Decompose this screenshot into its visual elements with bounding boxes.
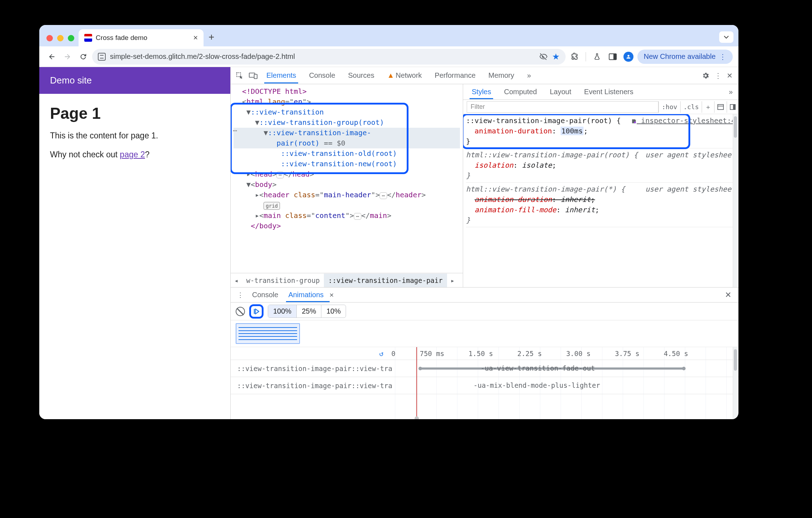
speed-100[interactable]: 100% (268, 305, 297, 318)
styles-panel: Styles Computed Layout Event Listeners »… (463, 84, 738, 287)
devtools-tabbar: Elements Console Sources ▲Network Perfor… (231, 67, 738, 84)
device-toggle-icon[interactable] (247, 72, 259, 79)
tree-line[interactable]: ▼::view-transition-group(root) (234, 117, 460, 128)
tree-line[interactable]: ▸<head>⋯</head> (234, 169, 460, 179)
animation-track[interactable]: ::view-transition-image-pair::view-tra -… (231, 360, 738, 377)
reload-button[interactable] (76, 50, 90, 64)
window-close-icon[interactable] (46, 35, 53, 41)
animation-timeline[interactable]: ↺ 0 750 ms 1.50 s 2.25 s 3.00 s 3.75 s 4… (231, 347, 738, 419)
window-maximize-icon[interactable] (68, 35, 74, 41)
styles-filter-input[interactable]: Filter (467, 101, 658, 113)
crumb-scroll-left-icon[interactable]: ◂ (231, 276, 242, 284)
tab-performance[interactable]: Performance (429, 68, 481, 83)
new-tab-button[interactable]: + (204, 31, 219, 46)
computed-toggle-icon[interactable] (714, 101, 727, 113)
tab-elements[interactable]: Elements (261, 68, 302, 83)
crumb-scroll-right-icon[interactable]: ▸ (447, 276, 458, 284)
hov-toggle[interactable]: :hov (658, 101, 680, 113)
tree-line[interactable]: ▼::view-transition (234, 107, 460, 117)
tree-line[interactable]: ▸<header class="main-header">⋯</header> (234, 190, 460, 200)
grid-badge[interactable]: grid (264, 202, 280, 210)
tree-line[interactable]: </body> (234, 221, 460, 231)
site-settings-icon[interactable] (98, 53, 106, 61)
back-button[interactable] (45, 50, 59, 64)
tree-line[interactable]: ▸<main class="content">⋯</main> (234, 210, 460, 221)
overflow-menu-icon[interactable]: ⋯ (233, 126, 237, 135)
speed-10[interactable]: 10% (321, 305, 346, 318)
clear-animations-icon[interactable] (236, 307, 245, 316)
animation-group-thumb[interactable] (236, 323, 300, 344)
tree-line[interactable]: ::view-transition-new(root) (234, 159, 460, 169)
tree-line[interactable]: ▼<body> (234, 179, 460, 190)
elements-tree[interactable]: <!DOCTYPE html> <html lang="en"> ▼::view… (231, 84, 463, 273)
tree-line[interactable]: ::view-transition-old(root) (234, 148, 460, 159)
inspect-element-icon[interactable] (234, 72, 246, 80)
css-value: inherit (565, 205, 595, 214)
tab-overflow[interactable]: » (521, 68, 537, 83)
side-panel-button[interactable] (606, 50, 620, 64)
tab-search-button[interactable] (719, 31, 733, 43)
address-bar[interactable]: simple-set-demos.glitch.me/2-slow-cross-… (92, 49, 566, 65)
tab-memory[interactable]: Memory (483, 68, 520, 83)
tab-computed[interactable]: Computed (497, 85, 543, 99)
new-style-rule-icon[interactable]: ＋ (702, 101, 714, 113)
incognito-blocked-icon[interactable] (539, 52, 548, 61)
bookmark-star-icon[interactable]: ★ (552, 52, 560, 62)
drawer-close-icon[interactable]: ✕ (721, 290, 736, 300)
labs-button[interactable] (590, 50, 604, 64)
rule-source-link[interactable]: inspector-stylesheet:4 (631, 116, 736, 126)
rule-source-ua: user agent stylesheet (645, 184, 736, 194)
tree-line[interactable]: grid (234, 200, 460, 210)
cls-toggle[interactable]: .cls (680, 101, 702, 113)
drawer-kebab-icon[interactable]: ⋮ (234, 291, 247, 299)
css-property[interactable]: animation-duration (475, 127, 552, 135)
breadcrumb-item[interactable]: w-transition-group (242, 274, 324, 287)
collapsed-ellipsis-icon[interactable]: ⋯ (380, 192, 387, 199)
speed-25[interactable]: 25% (297, 305, 321, 318)
tab-event-listeners[interactable]: Event Listeners (578, 85, 640, 99)
settings-gear-icon[interactable] (702, 72, 710, 80)
styles-body[interactable]: inspector-stylesheet:4 ::view-transition… (463, 114, 738, 287)
css-rule[interactable]: user agent stylesheet html::view-transit… (466, 150, 736, 183)
collapsed-ellipsis-icon[interactable]: ⋯ (276, 172, 284, 178)
svg-rect-7 (733, 104, 735, 109)
warning-icon: ▲ (387, 71, 394, 79)
tab-close-icon[interactable]: × (193, 33, 198, 42)
replay-icon[interactable]: ↺ (379, 349, 384, 358)
window-minimize-icon[interactable] (57, 35, 64, 41)
animation-track[interactable]: ::view-transition-image-pair::view-tra -… (231, 377, 738, 394)
tree-selected-line[interactable]: ▼::view-transition-image- (234, 128, 460, 138)
tree-selected-line[interactable]: pair(root) == $0 (234, 138, 460, 148)
tree-line[interactable]: <html lang="en"> (234, 97, 460, 107)
profile-button[interactable] (622, 50, 635, 64)
css-value[interactable]: 100ms (561, 127, 583, 135)
drawer-tab-console[interactable]: Console (247, 288, 283, 302)
tab-styles[interactable]: Styles (465, 85, 497, 99)
breadcrumb-item-selected[interactable]: ::view-transition-image-pair (324, 274, 447, 287)
styles-overflow-icon[interactable]: » (725, 88, 736, 96)
browser-tab[interactable]: Cross fade demo × (79, 29, 204, 46)
scrollbar[interactable] (733, 114, 738, 287)
devtools-kebab-icon[interactable]: ⋮ (715, 71, 722, 80)
scrollbar[interactable] (733, 347, 738, 419)
styles-sidebar-toggle-icon[interactable] (727, 101, 738, 113)
tab-network[interactable]: ▲Network (381, 68, 427, 83)
css-rule[interactable]: user agent stylesheet html::view-transit… (466, 184, 736, 227)
tab-console[interactable]: Console (303, 68, 341, 83)
devtools-close-icon[interactable]: ✕ (727, 71, 733, 80)
chrome-update-pill[interactable]: New Chrome available ⋮ (637, 50, 733, 64)
tab-close-icon[interactable]: ✕ (329, 292, 334, 298)
play-pause-button[interactable] (249, 304, 264, 319)
workspace: Demo site Page 1 This is the content for… (39, 67, 738, 419)
drawer-tab-animations[interactable]: Animations ✕ (283, 288, 339, 302)
tab-sources[interactable]: Sources (342, 68, 380, 83)
tab-strip: Cross fade demo × + (39, 25, 738, 46)
collapsed-ellipsis-icon[interactable]: ⋯ (354, 213, 361, 220)
page-2-link[interactable]: page 2 (120, 150, 145, 159)
forward-button[interactable] (61, 50, 74, 64)
tab-layout[interactable]: Layout (543, 85, 578, 99)
url-text: simple-set-demos.glitch.me/2-slow-cross-… (110, 52, 295, 61)
css-rule[interactable]: inspector-stylesheet:4 ::view-transition… (466, 116, 736, 148)
tree-line[interactable]: <!DOCTYPE html> (234, 86, 460, 97)
extensions-button[interactable] (568, 50, 581, 64)
